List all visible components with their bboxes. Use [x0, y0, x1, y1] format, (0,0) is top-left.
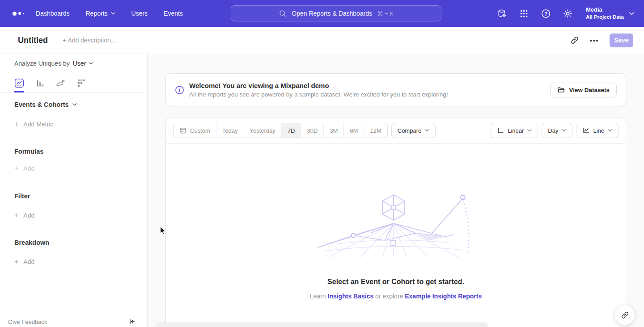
give-feedback-link[interactable]: Give Feedback — [8, 319, 47, 325]
chevron-down-icon — [89, 62, 93, 65]
project-name: Media — [586, 6, 624, 14]
wireframe-landscape-illustration — [311, 190, 481, 257]
add-metric-button[interactable]: + Add Metric — [0, 120, 147, 128]
filter-heading: Filter — [0, 193, 147, 200]
svg-text:i: i — [179, 87, 181, 92]
plus-icon: + — [14, 211, 18, 219]
empty-state-title: Select an Event or Cohort to get started… — [166, 278, 626, 286]
search-icon — [279, 9, 287, 17]
chart-display-controls: Linear Day Line — [491, 123, 619, 138]
chevron-down-icon — [111, 12, 115, 15]
range-6m[interactable]: 6M — [344, 123, 364, 138]
range-30d[interactable]: 30D — [301, 123, 324, 138]
collapse-sidebar-icon[interactable] — [128, 318, 136, 325]
data-management-icon[interactable] — [496, 8, 507, 19]
add-breakdown-button[interactable]: + Add — [0, 258, 147, 266]
more-options-menu[interactable]: ••• — [590, 37, 599, 44]
nav-right-cluster: ? Media All Project Data — [496, 0, 634, 27]
nav-item-dashboards[interactable]: Dashboards — [36, 10, 70, 17]
line-chart-icon — [582, 127, 589, 134]
report-canvas: i Welcome! You are viewing a Mixpanel de… — [148, 54, 644, 327]
breakdown-heading: Breakdown — [0, 239, 147, 246]
global-search[interactable]: Open Reports & Dashboards ⌘ + K — [231, 5, 441, 21]
svg-text:?: ? — [544, 11, 547, 16]
compare-dropdown[interactable]: Compare — [391, 123, 436, 138]
folder-icon — [557, 86, 565, 94]
view-datasets-button[interactable]: View Datasets — [550, 83, 617, 97]
range-yesterday[interactable]: Yesterday — [244, 123, 282, 138]
bottom-panel-peek[interactable] — [156, 323, 488, 327]
save-button[interactable]: Save — [610, 34, 633, 47]
nav-item-events[interactable]: Events — [164, 10, 183, 17]
empty-state: Select an Event or Cohort to get started… — [166, 190, 626, 300]
search-placeholder: Open Reports & Dashboards — [292, 10, 372, 17]
scale-dropdown[interactable]: Linear — [491, 123, 538, 138]
help-icon[interactable]: ? — [540, 8, 551, 19]
chevron-down-icon — [527, 129, 532, 132]
search-shortcut: ⌘ + K — [377, 10, 394, 17]
range-7d[interactable]: 7D — [282, 123, 301, 138]
report-header: Untitled + Add description... ••• Save — [0, 27, 644, 54]
banner-title: Welcome! You are viewing a Mixpanel demo — [189, 82, 448, 89]
mixpanel-logo[interactable] — [13, 12, 29, 16]
apps-grid-icon[interactable] — [518, 8, 529, 19]
project-switcher[interactable]: Media All Project Data — [586, 6, 634, 21]
analyze-by-row: Analyze Uniques by User — [0, 54, 147, 73]
insights-basics-link[interactable]: Insights Basics — [328, 293, 374, 300]
visualization-tabs — [0, 73, 147, 93]
calendar-icon — [179, 127, 186, 134]
project-scope: All Project Data — [586, 14, 624, 21]
empty-state-links: Learn Insights Basics or explore Example… — [166, 293, 626, 300]
info-icon: i — [175, 85, 184, 95]
chart-type-dropdown[interactable]: Line — [576, 123, 619, 138]
tab-retention[interactable] — [76, 73, 86, 92]
copy-link-icon[interactable] — [570, 36, 579, 45]
nav-item-reports[interactable]: Reports — [86, 10, 115, 17]
analyze-by-label: Analyze Uniques by — [14, 60, 70, 67]
range-12m[interactable]: 12M — [364, 123, 387, 138]
plus-icon: + — [14, 258, 18, 266]
tab-insights-line[interactable] — [14, 73, 24, 92]
chart-toolbar: Custom Today Yesterday 7D 30D 3M 6M 12M … — [166, 117, 626, 144]
tab-flows[interactable] — [55, 73, 65, 92]
range-3m[interactable]: 3M — [324, 123, 344, 138]
chevron-down-icon — [629, 12, 634, 15]
granularity-dropdown[interactable]: Day — [542, 123, 572, 138]
chevron-down-icon — [72, 103, 77, 106]
range-custom[interactable]: Custom — [174, 123, 216, 138]
plus-icon: + — [14, 120, 18, 128]
query-builder-sidebar: Analyze Uniques by User — [0, 54, 148, 327]
banner-subtitle: All the reports you see are powered by a… — [189, 91, 448, 98]
sidebar-footer: Give Feedback — [0, 316, 147, 327]
range-today[interactable]: Today — [216, 123, 244, 138]
chart-card: Custom Today Yesterday 7D 30D 3M 6M 12M … — [165, 117, 626, 327]
add-formula-button[interactable]: + Add — [0, 164, 147, 172]
top-nav: Dashboards Reports Users Events Open Rep… — [0, 0, 644, 27]
chevron-down-icon — [608, 129, 612, 132]
date-range-segmented-control: Custom Today Yesterday 7D 30D 3M 6M 12M — [173, 123, 388, 138]
chevron-down-icon — [562, 129, 566, 132]
tab-bar-chart[interactable] — [35, 73, 45, 92]
events-cohorts-heading[interactable]: Events & Cohorts — [0, 101, 147, 108]
demo-welcome-banner: i Welcome! You are viewing a Mixpanel de… — [165, 73, 626, 106]
chevron-down-icon — [425, 129, 429, 132]
plus-icon: + — [14, 164, 18, 172]
example-insights-reports-link[interactable]: Example Insights Reports — [405, 293, 482, 300]
nav-menu: Dashboards Reports Users Events — [36, 10, 183, 17]
linear-axes-icon — [497, 127, 504, 134]
analyze-by-dropdown[interactable]: User — [73, 60, 93, 67]
settings-gear-icon[interactable] — [562, 8, 573, 19]
share-link-fab[interactable] — [614, 305, 635, 325]
report-title[interactable]: Untitled — [18, 36, 48, 45]
nav-item-users[interactable]: Users — [131, 10, 148, 17]
report-actions: ••• Save — [570, 34, 633, 47]
add-filter-button[interactable]: + Add — [0, 211, 147, 219]
report-description-placeholder[interactable]: + Add description... — [63, 37, 116, 44]
formulas-heading: Formulas — [0, 148, 147, 155]
